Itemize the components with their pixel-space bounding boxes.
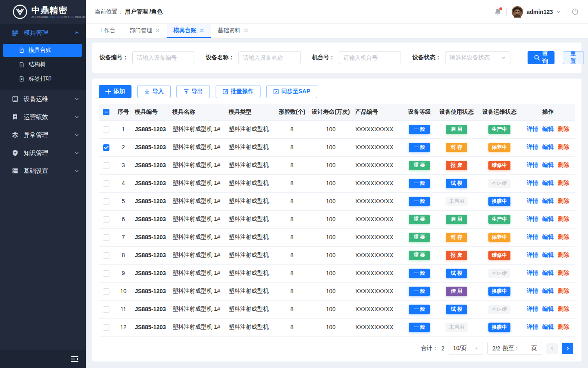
mold-code: JS885-1203 — [133, 228, 171, 246]
usage-status-badge: 启 用 — [446, 125, 467, 134]
detail-link[interactable]: 详情 — [527, 126, 538, 132]
reset-button[interactable]: 重置 — [563, 51, 584, 64]
sidebar-group-mold-management[interactable]: 模具管理 — [0, 24, 86, 42]
close-icon[interactable] — [156, 29, 160, 32]
sidebar-group-knowledge-management[interactable]: 知识管理 — [0, 144, 86, 162]
button-label: 导出 — [192, 88, 203, 95]
sidebar-group-equipment-ops[interactable]: 设备运维 — [0, 90, 86, 108]
delete-link[interactable]: 删除 — [558, 233, 569, 240]
edit-link[interactable]: 编辑 — [542, 323, 554, 330]
row-checkbox[interactable] — [103, 162, 109, 169]
detail-link[interactable]: 详情 — [527, 197, 538, 204]
sidebar-group-exception-management[interactable]: 异常管理 — [0, 126, 86, 144]
delete-link[interactable]: 删除 — [558, 251, 569, 258]
edit-link[interactable]: 编辑 — [542, 144, 554, 150]
edit-link[interactable]: 编辑 — [542, 287, 554, 294]
jump-page-input[interactable] — [522, 344, 529, 352]
detail-link[interactable]: 详情 — [527, 323, 538, 330]
device-name-input[interactable] — [238, 51, 301, 64]
row-checkbox[interactable] — [103, 126, 109, 133]
delete-link[interactable]: 删除 — [558, 144, 569, 150]
mold-code: JS885-1203 — [133, 264, 171, 282]
row-index: 5 — [114, 192, 133, 210]
edit-link[interactable]: 编辑 — [542, 197, 554, 204]
chevron-up-icon — [74, 30, 79, 35]
delete-link[interactable]: 删除 — [558, 323, 569, 330]
product-code: XXXXXXXXXX — [354, 156, 403, 174]
close-icon[interactable] — [200, 29, 204, 32]
detail-link[interactable]: 详情 — [527, 215, 538, 222]
logout-power-icon[interactable] — [571, 8, 579, 16]
user-menu[interactable]: admin123 — [512, 6, 561, 18]
collapse-sidebar-icon[interactable] — [71, 356, 78, 362]
search-button[interactable]: 查询 — [528, 51, 555, 64]
select-all-checkbox[interactable] — [103, 109, 109, 115]
sync-sap-button[interactable]: 同步至SAP — [266, 85, 317, 98]
detail-link[interactable]: 详情 — [527, 162, 538, 168]
edit-link[interactable]: 编辑 — [542, 126, 554, 132]
detail-link[interactable]: 详情 — [527, 269, 538, 276]
prev-page-button[interactable] — [546, 343, 558, 354]
sidebar-item-label-print[interactable]: 标签打印 — [3, 72, 82, 85]
row-checkbox[interactable] — [103, 270, 109, 277]
row-checkbox[interactable] — [103, 324, 109, 331]
row-checkbox[interactable] — [103, 180, 109, 187]
row-checkbox[interactable] — [103, 216, 109, 223]
export-button[interactable]: 导出 — [176, 85, 210, 98]
delete-link[interactable]: 删除 — [558, 287, 569, 294]
tab-department-management[interactable]: 部门管理 — [122, 24, 167, 38]
edit-link[interactable]: 编辑 — [542, 180, 554, 186]
sidebar-group-basic-settings[interactable]: 基础设置 — [0, 162, 86, 180]
level-badge: 一 般 — [409, 125, 430, 134]
row-checkbox[interactable] — [103, 144, 109, 151]
device-status-select[interactable]: 请选择设备状态 — [445, 51, 510, 64]
detail-link[interactable]: 详情 — [527, 180, 538, 186]
button-label: 添加 — [114, 88, 125, 95]
edit-link[interactable]: 编辑 — [542, 233, 554, 240]
row-checkbox[interactable] — [103, 198, 109, 205]
breadcrumb-current: /角色 — [149, 8, 163, 16]
batch-operation-button[interactable]: 批量操作 — [216, 85, 261, 98]
delete-link[interactable]: 删除 — [558, 305, 569, 312]
delete-link[interactable]: 删除 — [558, 197, 569, 204]
row-checkbox[interactable] — [103, 306, 109, 313]
machine-no-input[interactable] — [339, 51, 401, 64]
delete-link[interactable]: 删除 — [558, 269, 569, 276]
sidebar-nav: 模具管理模具台账结构树标签打印设备运维运营绩效异常管理知识管理基础设置 — [0, 24, 86, 350]
sidebar-item-structure-tree[interactable]: 结构树 — [3, 58, 82, 71]
filter-field-device-status: 设备状态：请选择设备状态 — [412, 51, 510, 64]
delete-link[interactable]: 删除 — [558, 180, 569, 186]
device-code-input[interactable] — [132, 51, 194, 64]
detail-link[interactable]: 详情 — [527, 287, 538, 294]
edit-link[interactable]: 编辑 — [542, 162, 554, 168]
edit-link[interactable]: 编辑 — [542, 251, 554, 258]
notification-bell-icon[interactable] — [494, 8, 501, 16]
edit-link[interactable]: 编辑 — [542, 305, 554, 312]
edit-link[interactable]: 编辑 — [542, 215, 554, 222]
close-icon[interactable] — [244, 29, 248, 32]
tab-workbench[interactable]: 工作台 — [91, 24, 122, 38]
delete-link[interactable]: 删除 — [558, 126, 569, 132]
detail-link[interactable]: 详情 — [527, 251, 538, 258]
detail-link[interactable]: 详情 — [527, 144, 538, 150]
mold-code: JS885-1203 — [133, 282, 171, 300]
next-page-button[interactable] — [562, 343, 573, 354]
detail-link[interactable]: 详情 — [527, 305, 538, 312]
level-badge: 重 要 — [409, 161, 430, 170]
tab-basic-data[interactable]: 基础资料 — [211, 24, 255, 38]
delete-link[interactable]: 删除 — [558, 162, 569, 168]
row-checkbox[interactable] — [103, 234, 109, 241]
row-checkbox[interactable] — [103, 288, 109, 295]
sidebar-group-operation-performance[interactable]: 运营绩效 — [0, 108, 86, 126]
detail-link[interactable]: 详情 — [527, 233, 538, 240]
sidebar-item-mold-ledger[interactable]: 模具台账 — [3, 44, 82, 57]
import-button[interactable]: 导入 — [137, 85, 171, 98]
page-size-select[interactable]: 10/页 — [449, 342, 483, 355]
tab-mold-ledger[interactable]: 模具台账 — [167, 24, 211, 38]
brand-logo: 中鼎精密 ZHONGDING PRECISION TECHNOLOGY — [0, 0, 86, 24]
add-button[interactable]: 添加 — [99, 85, 131, 98]
delete-link[interactable]: 删除 — [558, 215, 569, 222]
search-button-label: 查询 — [542, 50, 548, 65]
edit-link[interactable]: 编辑 — [542, 269, 554, 276]
row-checkbox[interactable] — [103, 252, 109, 259]
